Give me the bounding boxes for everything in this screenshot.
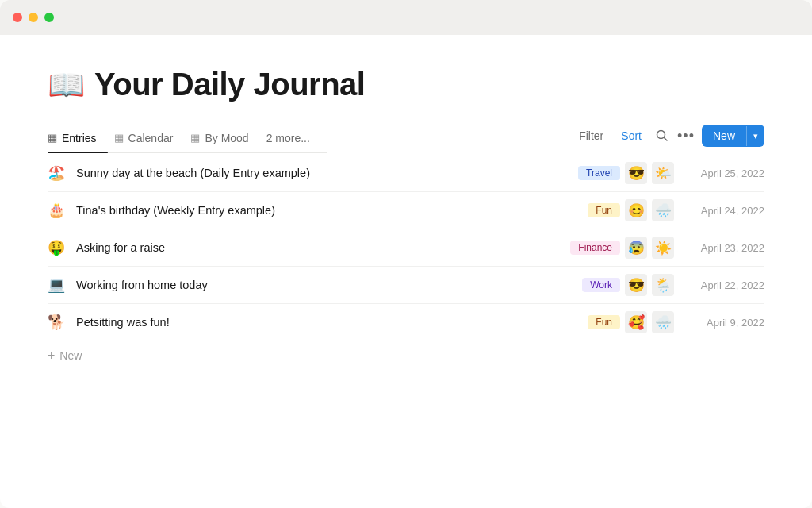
tab-calendar[interactable]: ▦ Calendar bbox=[114, 125, 185, 152]
page-icon: 📖 bbox=[48, 67, 85, 102]
page-title: Your Daily Journal bbox=[94, 67, 365, 102]
entry-date: April 24, 2022 bbox=[685, 205, 764, 217]
entry-tag[interactable]: Fun bbox=[588, 203, 620, 217]
add-new-row[interactable]: + New bbox=[48, 341, 764, 370]
maximize-button[interactable] bbox=[44, 13, 54, 22]
filter-button[interactable]: Filter bbox=[574, 126, 608, 145]
entry-title: Tina's birthday (Weekly Entry example) bbox=[76, 204, 588, 217]
tab-more[interactable]: 2 more... bbox=[266, 125, 321, 152]
new-button[interactable]: New ▾ bbox=[702, 125, 764, 147]
titlebar bbox=[0, 0, 812, 35]
search-icon[interactable] bbox=[654, 128, 670, 144]
entries-tab-icon: ▦ bbox=[48, 132, 57, 144]
new-button-arrow[interactable]: ▾ bbox=[746, 126, 764, 146]
entry-mood: 😊 bbox=[625, 199, 647, 221]
entry-date: April 22, 2022 bbox=[685, 279, 764, 291]
entry-weather: 🌤️ bbox=[652, 162, 674, 184]
close-button[interactable] bbox=[13, 13, 22, 22]
entry-weather: 🌧️ bbox=[652, 199, 674, 221]
table-row[interactable]: 💻 Working from home today Work 😎 🌦️ Apri… bbox=[48, 267, 764, 304]
tab-more-label: 2 more... bbox=[266, 132, 310, 144]
entry-mood: 😎 bbox=[625, 162, 647, 184]
table-row[interactable]: 🎂 Tina's birthday (Weekly Entry example)… bbox=[48, 192, 764, 229]
entry-title: Working from home today bbox=[76, 279, 582, 291]
table-row[interactable]: 🏖️ Sunny day at the beach (Daily Entry e… bbox=[48, 155, 764, 192]
main-content: 📖 Your Daily Journal ▦ Entries ▦ Calenda… bbox=[0, 35, 812, 508]
entry-title: Sunny day at the beach (Daily Entry exam… bbox=[76, 167, 578, 179]
entry-date: April 9, 2022 bbox=[685, 317, 764, 329]
entry-mood: 😎 bbox=[625, 274, 647, 296]
entry-weather: ☀️ bbox=[652, 237, 674, 259]
entry-tag[interactable]: Fun bbox=[588, 315, 620, 329]
entry-mood: 😰 bbox=[625, 237, 647, 259]
entry-tags: Work 😎 🌦️ bbox=[582, 274, 674, 296]
minimize-button[interactable] bbox=[29, 13, 38, 22]
table-row[interactable]: 🤑 Asking for a raise Finance 😰 ☀️ April … bbox=[48, 229, 764, 267]
entry-title: Petsitting was fun! bbox=[76, 316, 588, 329]
tab-by-mood[interactable]: ▦ By Mood bbox=[190, 125, 259, 152]
table-row[interactable]: 🐕 Petsitting was fun! Fun 🥰 🌧️ April 9, … bbox=[48, 304, 764, 341]
tab-entries[interactable]: ▦ Entries bbox=[48, 125, 108, 152]
sort-button[interactable]: Sort bbox=[616, 126, 646, 145]
entry-weather: 🌦️ bbox=[652, 274, 674, 296]
entry-tag[interactable]: Travel bbox=[578, 166, 620, 180]
new-button-label: New bbox=[702, 125, 746, 147]
tab-by-mood-label: By Mood bbox=[205, 132, 248, 144]
tabs-left: ▦ Entries ▦ Calendar ▦ By Mood 2 more... bbox=[48, 125, 327, 153]
entry-tags: Finance 😰 ☀️ bbox=[570, 237, 674, 259]
entry-weather: 🌧️ bbox=[652, 311, 674, 333]
entry-emoji: 🤑 bbox=[48, 239, 68, 256]
entry-emoji: 💻 bbox=[48, 276, 68, 294]
tab-calendar-label: Calendar bbox=[128, 132, 174, 144]
by-mood-tab-icon: ▦ bbox=[190, 132, 200, 144]
page-header: 📖 Your Daily Journal bbox=[48, 67, 764, 102]
toolbar-right: Filter Sort ••• New ▾ bbox=[574, 125, 764, 153]
tabs-wrapper: ▦ Entries ▦ Calendar ▦ By Mood 2 more...… bbox=[48, 125, 764, 153]
entry-tags: Fun 😊 🌧️ bbox=[588, 199, 674, 221]
more-options-icon[interactable]: ••• bbox=[678, 128, 694, 144]
plus-icon: + bbox=[48, 349, 55, 362]
entry-tag[interactable]: Finance bbox=[570, 241, 620, 255]
entry-mood: 🥰 bbox=[625, 311, 647, 333]
entries-table: 🏖️ Sunny day at the beach (Daily Entry e… bbox=[48, 155, 764, 370]
entry-emoji: 🏖️ bbox=[48, 164, 68, 182]
entry-tags: Travel 😎 🌤️ bbox=[578, 162, 674, 184]
entry-tag[interactable]: Work bbox=[582, 278, 620, 292]
entry-date: April 23, 2022 bbox=[685, 242, 764, 254]
add-new-label: New bbox=[59, 349, 82, 362]
tab-entries-label: Entries bbox=[62, 132, 97, 144]
entry-emoji: 🎂 bbox=[48, 202, 68, 219]
calendar-tab-icon: ▦ bbox=[114, 132, 124, 144]
svg-line-1 bbox=[664, 138, 667, 141]
entry-date: April 25, 2022 bbox=[685, 167, 764, 179]
entry-title: Asking for a raise bbox=[76, 241, 570, 254]
entry-tags: Fun 🥰 🌧️ bbox=[588, 311, 674, 333]
entry-emoji: 🐕 bbox=[48, 314, 68, 331]
